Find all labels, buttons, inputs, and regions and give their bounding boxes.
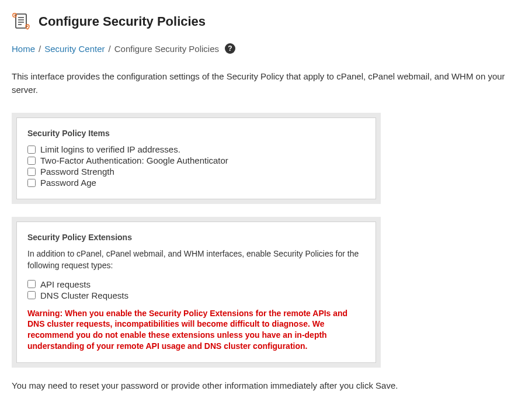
svg-point-6 <box>14 15 15 16</box>
policy-item-label: Limit logins to verified IP addresses. <box>40 144 180 154</box>
extension-item-row: DNS Cluster Requests <box>27 290 365 301</box>
api-requests-checkbox[interactable] <box>27 280 36 288</box>
password-strength-checkbox[interactable] <box>27 168 36 176</box>
policy-item-row: Password Strength <box>27 166 365 177</box>
svg-point-7 <box>27 26 28 27</box>
policy-item-label: Two-Factor Authentication: Google Authen… <box>40 155 228 165</box>
breadcrumb-security-center-link[interactable]: Security Center <box>44 44 105 54</box>
help-icon[interactable]: ? <box>225 43 235 54</box>
extensions-warning: Warning: When you enable the Security Po… <box>27 308 365 352</box>
items-panel-title: Security Policy Items <box>27 129 365 138</box>
extension-item-label: DNS Cluster Requests <box>40 290 128 300</box>
breadcrumb: Home / Security Center / Configure Secur… <box>12 43 520 54</box>
breadcrumb-separator: / <box>39 44 41 54</box>
intro-text: This interface provides the configuratio… <box>12 70 520 96</box>
policy-item-row: Limit logins to verified IP addresses. <box>27 144 365 155</box>
policy-item-row: Two-Factor Authentication: Google Authen… <box>27 155 365 166</box>
page-title: Configure Security Policies <box>39 14 206 29</box>
policy-item-row: Password Age <box>27 177 365 188</box>
extensions-panel-desc: In addition to cPanel, cPanel webmail, a… <box>27 248 365 272</box>
policy-item-label: Password Strength <box>40 167 114 176</box>
extension-item-row: API requests <box>27 279 365 290</box>
page-header: Configure Security Policies <box>12 12 520 32</box>
security-policy-extensions-panel: Security Policy Extensions In addition t… <box>12 217 381 368</box>
save-note: You may need to reset your password or p… <box>12 380 520 390</box>
security-policy-icon <box>12 12 32 32</box>
breadcrumb-separator: / <box>109 44 111 54</box>
two-factor-auth-checkbox[interactable] <box>27 157 36 165</box>
password-age-checkbox[interactable] <box>27 179 36 187</box>
breadcrumb-home-link[interactable]: Home <box>12 44 35 54</box>
dns-cluster-requests-checkbox[interactable] <box>27 291 36 299</box>
extension-item-label: API requests <box>40 279 91 289</box>
extensions-panel-title: Security Policy Extensions <box>27 233 365 242</box>
breadcrumb-current: Configure Security Policies <box>114 44 219 54</box>
security-policy-items-panel: Security Policy Items Limit logins to ve… <box>12 113 381 204</box>
policy-item-label: Password Age <box>40 178 96 188</box>
limit-logins-checkbox[interactable] <box>27 146 36 154</box>
svg-rect-0 <box>16 14 26 28</box>
